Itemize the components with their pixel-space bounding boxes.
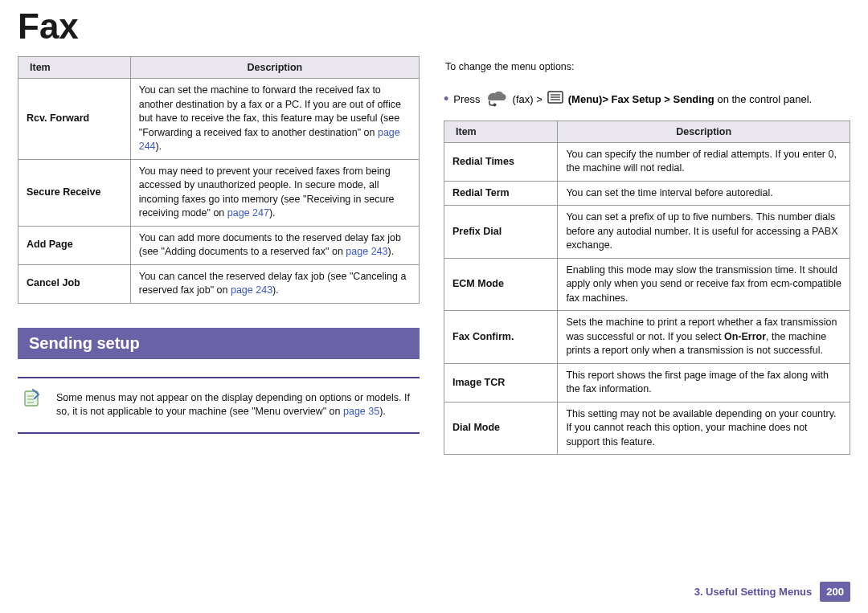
page-link[interactable]: page 35 xyxy=(343,406,379,417)
right-top-note: To change the menu options: xyxy=(444,56,850,86)
desc-cell: You can set the machine to forward the r… xyxy=(130,79,419,160)
desc-cell: You can set the time interval before aut… xyxy=(558,181,850,206)
desc-cell: This report shows the first page image o… xyxy=(558,363,850,402)
table-row: Cancel Job You can cancel the reserved d… xyxy=(18,264,420,303)
note-box: Some menus may not appear on the display… xyxy=(18,377,420,434)
item-cell: Rcv. Forward xyxy=(18,79,131,160)
item-cell: Redial Term xyxy=(444,181,558,206)
svg-point-4 xyxy=(493,103,496,106)
path: > Fax Setup > Sending xyxy=(602,93,714,105)
page-number-badge: 200 xyxy=(820,582,850,602)
item-cell: Image TCR xyxy=(444,363,558,402)
left-table: Item Description Rcv. Forward You can se… xyxy=(18,56,420,304)
table-row: Secure Receive You may need to prevent y… xyxy=(18,159,420,226)
desc-text: ). xyxy=(388,246,395,257)
item-cell: Add Page xyxy=(18,226,131,264)
table-row: Dial Mode This setting may not be availa… xyxy=(444,402,850,455)
table-row: Redial Times You can specify the number … xyxy=(444,142,850,181)
table-row: Rcv. Forward You can set the machine to … xyxy=(18,79,420,160)
item-cell: Dial Mode xyxy=(444,402,558,455)
bullet: • xyxy=(444,92,448,106)
instruction-line: • Press (fax) > (Menu)> Fax Setu xyxy=(444,89,850,109)
th-item: Item xyxy=(18,57,131,79)
fax-icon xyxy=(485,89,508,109)
right-table: Item Description Redial Times You can sp… xyxy=(444,121,850,456)
item-cell: Redial Times xyxy=(444,142,558,181)
menu-word: (Menu)> Fax Setup > Sending on the contr… xyxy=(568,93,812,105)
desc-text: ). xyxy=(269,207,276,219)
right-column: To change the menu options: • Press (fax… xyxy=(444,56,850,581)
table-row: Fax Confirm. Sets the machine to print a… xyxy=(444,311,850,364)
fax-label: (fax) > xyxy=(513,93,542,105)
item-cell: Prefix Dial xyxy=(444,206,558,259)
table-row: Add Page You can add more documents to t… xyxy=(18,226,420,264)
page-footer: 3. Useful Setting Menus 200 xyxy=(694,582,850,602)
desc-cell: You can cancel the reserved delay fax jo… xyxy=(130,264,419,303)
desc-cell: Enabling this mode may slow the transmis… xyxy=(558,258,850,311)
th-desc: Description xyxy=(558,121,850,142)
section-header-sending-setup: Sending setup xyxy=(18,328,420,359)
desc-text: ). xyxy=(272,284,279,296)
table-row: ECM Mode Enabling this mode may slow the… xyxy=(444,258,850,311)
content-area: Item Description Rcv. Forward You can se… xyxy=(18,56,850,581)
th-item: Item xyxy=(444,121,558,142)
th-desc: Description xyxy=(130,57,419,79)
table-row: Prefix Dial You can set a prefix of up t… xyxy=(444,206,850,259)
tail: on the control panel. xyxy=(717,93,812,105)
footer-chapter: 3. Useful Setting Menus xyxy=(694,586,813,598)
menu-bold: (Menu) xyxy=(568,93,603,105)
desc-text: You can set the machine to forward the r… xyxy=(139,84,401,138)
page-link[interactable]: page 247 xyxy=(227,207,269,219)
desc-cell: You may need to prevent your received fa… xyxy=(130,159,419,226)
desc-text: ). xyxy=(156,141,162,152)
item-cell: Secure Receive xyxy=(18,159,131,226)
desc-cell: Sets the machine to print a report wheth… xyxy=(558,311,850,364)
note-text: ). xyxy=(379,406,386,417)
item-cell: Fax Confirm. xyxy=(444,311,558,364)
desc-cell: You can specify the number of redial att… xyxy=(558,142,850,181)
note-icon xyxy=(23,388,42,407)
desc-cell: You can set a prefix of up to five numbe… xyxy=(558,206,850,259)
menu-icon xyxy=(547,91,563,108)
on-error-bold: On-Error xyxy=(724,331,766,342)
desc-cell: This setting may not be available depend… xyxy=(558,402,850,455)
page-link[interactable]: page 243 xyxy=(231,284,272,296)
table-row: Image TCR This report shows the first pa… xyxy=(444,363,850,402)
page-title: Fax xyxy=(18,6,79,47)
item-cell: ECM Mode xyxy=(444,258,558,311)
svg-rect-0 xyxy=(25,391,38,406)
page-link[interactable]: page 243 xyxy=(346,246,387,257)
item-cell: Cancel Job xyxy=(18,264,131,303)
table-row: Redial Term You can set the time interva… xyxy=(444,181,850,206)
left-column: Item Description Rcv. Forward You can se… xyxy=(18,56,420,581)
press-word: Press xyxy=(453,93,480,105)
desc-cell: You can add more documents to the reserv… xyxy=(130,226,419,264)
